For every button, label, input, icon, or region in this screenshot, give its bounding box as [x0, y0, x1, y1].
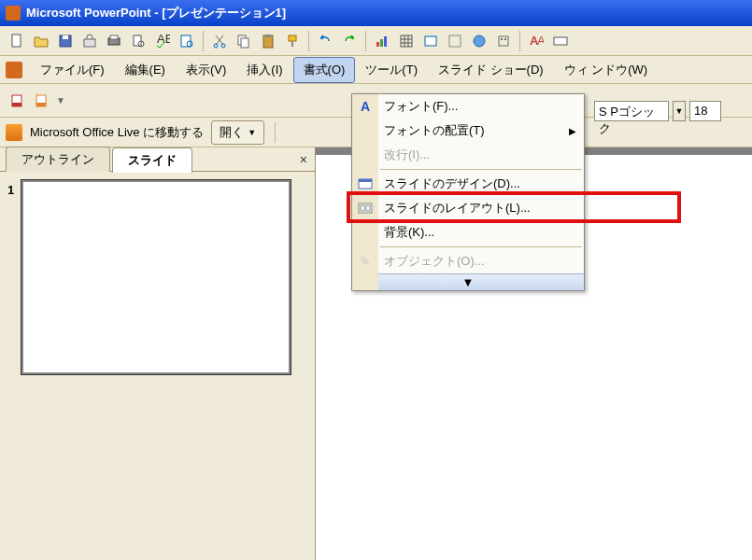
- paste-button[interactable]: [257, 30, 279, 52]
- redo-button[interactable]: [338, 30, 361, 52]
- menu-slide-design[interactable]: スライドのデザイン(D)...: [352, 172, 584, 196]
- dropdown-arrow-icon[interactable]: ▼: [56, 95, 65, 105]
- slide-design-icon: [357, 175, 374, 192]
- office-live-icon: [6, 124, 22, 141]
- title-bar: Microsoft PowerPoint - [プレゼンテーション1]: [0, 0, 752, 26]
- menu-font-alignment[interactable]: フォントの配置(T) ▶: [352, 119, 584, 143]
- permission-button[interactable]: [78, 30, 101, 52]
- slide-thumbnail[interactable]: [21, 179, 291, 375]
- toolbar-separator: [203, 31, 204, 51]
- insert-table-button[interactable]: [419, 30, 442, 52]
- menu-file[interactable]: ファイル(F): [30, 57, 115, 83]
- format-painter-button[interactable]: [281, 30, 304, 52]
- panel-tabs: アウトライン スライド ×: [0, 147, 315, 172]
- menu-format[interactable]: 書式(O): [293, 57, 356, 83]
- open-button[interactable]: [30, 30, 52, 52]
- tables-borders-button[interactable]: [444, 30, 466, 52]
- svg-rect-37: [12, 103, 21, 106]
- menu-bar: ファイル(F) 編集(E) 表示(V) 挿入(I) 書式(O) ツール(T) ス…: [0, 56, 752, 84]
- object-icon: ✎: [357, 253, 374, 270]
- menu-line-break: 改行(I)...: [352, 143, 584, 167]
- toolbar-separator: [308, 31, 309, 51]
- svg-rect-16: [265, 35, 271, 37]
- menu-font[interactable]: A フォント(F)...: [352, 94, 584, 119]
- svg-rect-20: [380, 39, 383, 47]
- research-button[interactable]: [176, 30, 198, 52]
- svg-rect-18: [291, 41, 293, 47]
- svg-rect-27: [425, 36, 436, 46]
- menu-object: ✎ オブジェクト(O)...: [352, 249, 584, 273]
- menu-edit[interactable]: 編集(E): [115, 57, 176, 83]
- tab-slide[interactable]: スライド: [112, 147, 192, 173]
- toolbar-separator: [519, 31, 520, 51]
- svg-rect-19: [376, 42, 379, 47]
- svg-rect-39: [36, 103, 46, 106]
- svg-rect-6: [134, 35, 141, 46]
- slide-layout-icon: [357, 200, 374, 217]
- standard-toolbar: ABC AA: [0, 26, 752, 56]
- font-size-button[interactable]: AA: [525, 30, 547, 52]
- table-button[interactable]: [395, 30, 418, 52]
- zoom-button[interactable]: [549, 30, 572, 52]
- submenu-arrow-icon: ▶: [569, 126, 576, 136]
- svg-text:ABC: ABC: [157, 34, 170, 46]
- svg-rect-22: [401, 35, 412, 47]
- svg-rect-2: [63, 35, 68, 39]
- print-preview-button[interactable]: [127, 30, 149, 52]
- chart-button[interactable]: [371, 30, 393, 52]
- svg-rect-21: [384, 36, 387, 47]
- save-button[interactable]: [54, 30, 77, 52]
- font-icon: A: [357, 98, 374, 115]
- pdf-orange-button[interactable]: [30, 90, 52, 112]
- spelling-button[interactable]: ABC: [151, 30, 174, 52]
- menu-insert[interactable]: 挿入(I): [236, 57, 292, 83]
- powerpoint-logo-icon: [6, 62, 22, 78]
- tab-outline[interactable]: アウトライン: [6, 147, 110, 172]
- print-button[interactable]: [103, 30, 125, 52]
- font-name-input[interactable]: S Pゴシック: [594, 101, 669, 121]
- undo-button[interactable]: [314, 30, 336, 52]
- office-live-label: Microsoft Office Live に移動する: [30, 124, 204, 141]
- svg-rect-14: [241, 38, 248, 48]
- svg-rect-5: [110, 35, 118, 39]
- font-name-dropdown-button[interactable]: ▼: [673, 101, 686, 121]
- panel-close-button[interactable]: ×: [300, 152, 307, 167]
- menu-separator: [380, 246, 582, 247]
- font-selector: S Pゴシック ▼ 18: [594, 101, 721, 121]
- menu-tools[interactable]: ツール(T): [355, 57, 428, 83]
- expand-button[interactable]: [492, 30, 515, 52]
- svg-rect-30: [499, 36, 508, 46]
- menu-background[interactable]: 背景(K)...: [352, 220, 584, 245]
- font-size-input[interactable]: 18: [689, 101, 721, 121]
- menu-slideshow[interactable]: スライド ショー(D): [428, 57, 554, 83]
- svg-point-29: [474, 35, 485, 47]
- toolbar-separator: [365, 31, 366, 51]
- svg-text:A: A: [537, 34, 544, 48]
- slide-number: 1: [7, 179, 21, 553]
- svg-rect-28: [449, 35, 461, 47]
- app-icon: [6, 6, 21, 21]
- svg-rect-31: [501, 38, 503, 40]
- svg-rect-35: [554, 37, 567, 45]
- svg-rect-17: [289, 35, 296, 41]
- open-button[interactable]: 開く▼: [211, 120, 264, 145]
- toolbar-separator: [275, 122, 276, 143]
- menu-view[interactable]: 表示(V): [176, 57, 236, 83]
- menu-separator: [380, 169, 582, 170]
- cut-button[interactable]: [208, 30, 231, 52]
- hyperlink-button[interactable]: [468, 30, 490, 52]
- svg-rect-3: [84, 39, 95, 47]
- format-menu-dropdown: A フォント(F)... フォントの配置(T) ▶ 改行(I)... スライドの…: [351, 93, 585, 291]
- svg-rect-0: [12, 35, 21, 47]
- copy-button[interactable]: [233, 30, 255, 52]
- svg-rect-32: [504, 38, 506, 40]
- thumbnail-area: 1: [0, 172, 315, 560]
- menu-expand-button[interactable]: ▼: [352, 273, 584, 290]
- menu-window[interactable]: ウィ ンドウ(W): [554, 57, 659, 83]
- menu-slide-layout[interactable]: スライドのレイアウト(L)...: [352, 196, 584, 220]
- slides-panel: アウトライン スライド × 1: [0, 147, 316, 560]
- pdf-red-button[interactable]: [6, 90, 28, 112]
- window-title: Microsoft PowerPoint - [プレゼンテーション1]: [26, 5, 286, 21]
- svg-rect-41: [359, 179, 372, 182]
- new-button[interactable]: [6, 30, 28, 52]
